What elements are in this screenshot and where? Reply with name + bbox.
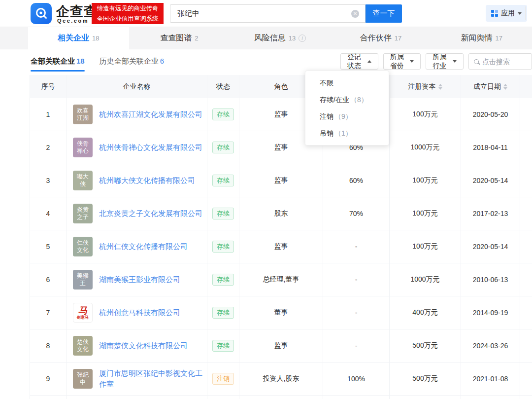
- row-index-cell: 5: [30, 230, 66, 263]
- extra-cell: [520, 329, 532, 362]
- date-cell: 2020-05-20: [461, 98, 520, 131]
- slogan-line2: 全国企业信用查询系统: [97, 14, 159, 24]
- tab-count: 13: [289, 35, 296, 42]
- subtab-all-related[interactable]: 全部关联企业18: [31, 57, 85, 66]
- empty-cell: [461, 396, 520, 399]
- company-cell: 楚侠文化 湖南楚侠文化科技有限公司: [66, 329, 207, 362]
- company-name-link[interactable]: 湖南美猴王影业有限公司: [99, 274, 180, 286]
- search-box: ✕: [170, 4, 366, 23]
- empty-cell: [323, 396, 390, 399]
- empty-cell: [207, 396, 239, 399]
- chevron-down-icon: [410, 60, 414, 63]
- status-badge: 存续: [212, 241, 234, 253]
- col-label: 注册资本: [408, 82, 436, 91]
- company-name-link[interactable]: 杭州嘟大侠文化传播有限公司: [99, 175, 195, 186]
- company-name-link[interactable]: 北京炎黄之子文化发展有限公司: [99, 208, 202, 219]
- company-name-link[interactable]: 湖南楚侠文化科技有限公司: [99, 340, 188, 352]
- date-cell: 2020-05-14: [461, 164, 520, 197]
- table-row: 3 嘟大侠 杭州嘟大侠文化传播有限公司 存续 监事 60% 100万元 2020…: [30, 164, 532, 197]
- filter-label: 所属省份: [390, 53, 407, 71]
- extra-cell: [520, 363, 532, 395]
- col-header-registered-capital[interactable]: 注册资本: [390, 75, 461, 98]
- capital-cell: 100万元: [390, 164, 461, 197]
- sort-icon[interactable]: [438, 84, 442, 90]
- table-row-partial: [30, 396, 532, 399]
- role-cell: 董事: [239, 296, 323, 329]
- company-logo: 欢喜江湖: [73, 105, 93, 124]
- date-cell: 2021-01-08: [461, 363, 520, 395]
- table-row: 2 侠骨禅心 杭州侠骨禅心文化发展有限公司 存续 监事 60% 1000万元 2…: [30, 131, 532, 164]
- search-icon: [474, 59, 479, 64]
- dropdown-item-count: （9）: [334, 112, 352, 120]
- tab-label: 查查图谱: [160, 33, 192, 43]
- empty-cell: [30, 396, 66, 399]
- dropdown-item-count: （1）: [334, 129, 352, 137]
- sort-icon[interactable]: [503, 84, 507, 90]
- company-cell: 欢喜江湖 杭州欢喜江湖文化发展有限公司: [66, 98, 207, 131]
- status-cell: 存续: [207, 263, 239, 296]
- dropdown-item-revoked[interactable]: 吊销（1）: [305, 125, 389, 142]
- status-badge: 存续: [212, 340, 234, 352]
- table-row: 5 仁侠文化 杭州仁侠文化传播有限公司 存续 监事 - 100万元 2020-0…: [30, 230, 532, 263]
- company-name-link[interactable]: 杭州仁侠文化传播有限公司: [99, 241, 188, 253]
- tab-partners[interactable]: 合作伙伴 17: [331, 27, 432, 49]
- tab-count: 2: [195, 35, 198, 42]
- company-name-link[interactable]: 杭州欢喜江湖文化发展有限公司: [99, 109, 202, 120]
- clear-search-icon[interactable]: ✕: [351, 10, 359, 18]
- row-index-cell: 8: [30, 329, 66, 362]
- table-row: 4 炎黄之子 北京炎黄之子文化发展有限公司 存续 股东 70% 100万元 20…: [30, 197, 532, 230]
- chevron-down-icon: [453, 60, 457, 63]
- qcc-logo-icon[interactable]: [31, 3, 52, 24]
- chevron-down-icon: [518, 12, 522, 15]
- tab-count: 17: [395, 35, 401, 42]
- status-badge: 存续: [212, 109, 234, 120]
- dropdown-item-unlimited[interactable]: 不限: [305, 74, 389, 91]
- company-name-link[interactable]: 杭州侠骨禅心文化发展有限公司: [99, 142, 202, 153]
- date-cell: 2017-02-13: [461, 197, 520, 230]
- col-header-established-date[interactable]: 成立日期: [461, 75, 520, 98]
- tab-risk-info[interactable]: 风险信息 13 i: [230, 27, 331, 49]
- search-input[interactable]: [177, 9, 340, 18]
- status-cell: 存续: [207, 98, 239, 131]
- company-name-link[interactable]: 杭州创意马科技有限公司: [99, 307, 180, 319]
- status-cell: 存续: [207, 296, 239, 329]
- company-name-link[interactable]: 厦门市思明区张纪中影视文化工作室: [99, 368, 207, 390]
- company-cell: 张纪中 厦门市思明区张纪中影视文化工作室: [66, 363, 207, 395]
- filter-registration-status[interactable]: 登记状态: [340, 53, 378, 70]
- dropdown-item-label: 存续/在业: [320, 96, 349, 104]
- dropdown-item-label: 不限: [320, 79, 333, 87]
- capital-cell: 100万元: [390, 197, 461, 230]
- dropdown-item-active[interactable]: 存续/在业（8）: [305, 91, 389, 108]
- col-label: 成立日期: [473, 82, 501, 91]
- table-row: 1 欢喜江湖 杭州欢喜江湖文化发展有限公司 存续 监事 100万元 2020-0…: [30, 98, 532, 131]
- capital-cell: 400万元: [390, 296, 461, 329]
- table-search-box: [468, 53, 532, 70]
- subtab-bar: 全部关联企业18 历史全部关联企业6: [31, 57, 164, 66]
- filter-label: 登记状态: [347, 53, 364, 71]
- company-logo: 张纪中: [73, 369, 93, 389]
- date-cell: 2024-03-26: [461, 329, 520, 362]
- tab-chacha-graph[interactable]: 查查图谱 2: [129, 27, 230, 49]
- status-badge: 存续: [212, 175, 234, 186]
- apps-button[interactable]: 应用: [486, 5, 527, 22]
- subtab-history-related[interactable]: 历史全部关联企业6: [100, 57, 164, 66]
- role-cell: 总经理,董事: [239, 263, 323, 296]
- filter-industry[interactable]: 所属行业: [426, 53, 464, 70]
- tab-label: 相关企业: [58, 33, 89, 43]
- apps-label: 应用: [501, 9, 515, 18]
- extra-cell: [520, 98, 532, 131]
- tab-news[interactable]: 新闻舆情 17: [431, 27, 532, 49]
- status-cell: 存续: [207, 197, 239, 230]
- capital-cell: 100万元: [390, 230, 461, 263]
- table-body: 1 欢喜江湖 杭州欢喜江湖文化发展有限公司 存续 监事 100万元 2020-0…: [30, 98, 532, 399]
- status-cell: 存续: [207, 164, 239, 197]
- filter-province[interactable]: 所属省份: [383, 53, 421, 70]
- search-button[interactable]: 查一下: [366, 4, 402, 23]
- dropdown-item-cancelled[interactable]: 注销（9）: [305, 108, 389, 125]
- tab-related-companies[interactable]: 相关企业 18: [28, 27, 129, 49]
- table-search-input[interactable]: [482, 58, 527, 66]
- row-index-cell: 1: [30, 98, 66, 131]
- col-header-company-name: 企业名称: [66, 75, 207, 98]
- apps-grid-icon: [491, 10, 498, 17]
- filter-label: 所属行业: [432, 53, 449, 71]
